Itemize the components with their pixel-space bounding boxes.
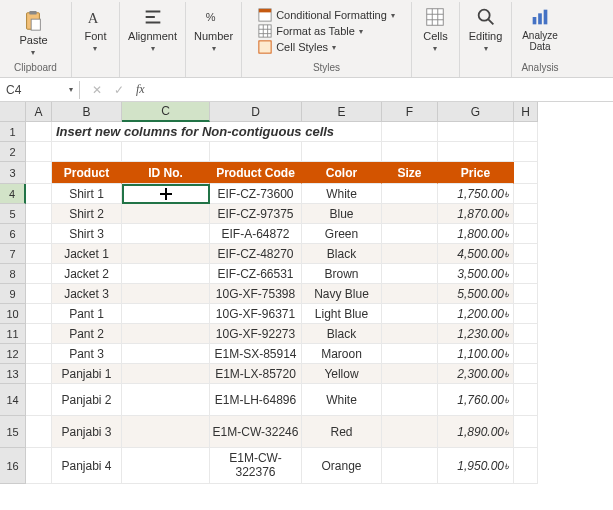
cell[interactable]: 3,500.00৳	[438, 264, 514, 284]
cells-button[interactable]: Cells ▾	[419, 4, 451, 55]
cell[interactable]: Pant 3	[52, 344, 122, 364]
cell[interactable]	[438, 122, 514, 142]
cell[interactable]	[26, 162, 52, 184]
cell[interactable]: Orange	[302, 448, 382, 484]
cell[interactable]	[382, 264, 438, 284]
cell[interactable]: 10G-XF-75398	[210, 284, 302, 304]
cell[interactable]	[26, 224, 52, 244]
cell[interactable]: 1,750.00৳	[438, 184, 514, 204]
cell[interactable]	[514, 364, 538, 384]
cell[interactable]	[382, 142, 438, 162]
cell[interactable]: 1,800.00৳	[438, 224, 514, 244]
row-header-2[interactable]: 2	[0, 142, 26, 162]
cell[interactable]	[210, 142, 302, 162]
cell[interactable]: E1M-LH-64896	[210, 384, 302, 416]
cell[interactable]	[26, 416, 52, 448]
cell[interactable]	[122, 224, 210, 244]
cell[interactable]	[26, 384, 52, 416]
cell[interactable]: 1,870.00৳	[438, 204, 514, 224]
cell[interactable]: 1,760.00৳	[438, 384, 514, 416]
cell[interactable]	[514, 204, 538, 224]
cell[interactable]: Maroon	[302, 344, 382, 364]
column-header-B[interactable]: B	[52, 102, 122, 122]
cell[interactable]: 4,500.00৳	[438, 244, 514, 264]
cell[interactable]	[122, 364, 210, 384]
cell[interactable]	[382, 364, 438, 384]
cell[interactable]: Black	[302, 244, 382, 264]
cell[interactable]: Panjabi 2	[52, 384, 122, 416]
row-header-3[interactable]: 3	[0, 162, 26, 184]
cell[interactable]: Brown	[302, 264, 382, 284]
column-header-G[interactable]: G	[438, 102, 514, 122]
cell[interactable]: Navy Blue	[302, 284, 382, 304]
cell[interactable]: Jacket 3	[52, 284, 122, 304]
cell[interactable]	[26, 244, 52, 264]
cell[interactable]	[514, 416, 538, 448]
cancel-icon[interactable]: ✕	[92, 83, 102, 97]
cell[interactable]	[26, 344, 52, 364]
format-as-table-button[interactable]: Format as Table ▾	[256, 24, 365, 38]
cell[interactable]: Size	[382, 162, 438, 184]
cell[interactable]	[26, 364, 52, 384]
cell[interactable]	[514, 244, 538, 264]
cell[interactable]	[514, 184, 538, 204]
row-header-6[interactable]: 6	[0, 224, 26, 244]
cell[interactable]: EIF-CZ-48270	[210, 244, 302, 264]
cell[interactable]	[382, 416, 438, 448]
paste-button[interactable]: Paste ▾	[15, 8, 51, 59]
cell[interactable]: Green	[302, 224, 382, 244]
cell[interactable]: EIF-CZ-66531	[210, 264, 302, 284]
row-header-15[interactable]: 15	[0, 416, 26, 448]
cell[interactable]: Price	[438, 162, 514, 184]
cell[interactable]: 1,890.00৳	[438, 416, 514, 448]
name-box[interactable]: C4 ▾	[0, 81, 80, 99]
font-button[interactable]: A Font ▾	[80, 4, 110, 55]
cell[interactable]	[382, 122, 438, 142]
cell[interactable]: EIF-CZ-97375	[210, 204, 302, 224]
cell[interactable]	[26, 122, 52, 142]
cell[interactable]: White	[302, 184, 382, 204]
cell[interactable]: 1,230.00৳	[438, 324, 514, 344]
cell[interactable]	[26, 264, 52, 284]
row-header-12[interactable]: 12	[0, 344, 26, 364]
cell[interactable]	[514, 324, 538, 344]
cell[interactable]	[382, 304, 438, 324]
column-header-E[interactable]: E	[302, 102, 382, 122]
cell[interactable]	[122, 324, 210, 344]
cell[interactable]	[122, 184, 210, 204]
cell[interactable]	[382, 324, 438, 344]
cell[interactable]	[514, 448, 538, 484]
cell[interactable]	[438, 142, 514, 162]
cell[interactable]	[122, 204, 210, 224]
row-header-7[interactable]: 7	[0, 244, 26, 264]
cell[interactable]	[514, 122, 538, 142]
cell[interactable]: Panjabi 3	[52, 416, 122, 448]
row-header-11[interactable]: 11	[0, 324, 26, 344]
cell[interactable]	[26, 284, 52, 304]
alignment-button[interactable]: Alignment ▾	[124, 4, 181, 55]
row-header-5[interactable]: 5	[0, 204, 26, 224]
number-button[interactable]: % Number ▾	[190, 4, 237, 55]
row-header-16[interactable]: 16	[0, 448, 26, 484]
cell[interactable]	[382, 384, 438, 416]
cell[interactable]	[26, 184, 52, 204]
row-header-8[interactable]: 8	[0, 264, 26, 284]
cell[interactable]: Panjabi 4	[52, 448, 122, 484]
cell[interactable]: ID No.	[122, 162, 210, 184]
cell[interactable]: Black	[302, 324, 382, 344]
row-header-14[interactable]: 14	[0, 384, 26, 416]
cell[interactable]: Blue	[302, 204, 382, 224]
cell[interactable]	[382, 284, 438, 304]
cell[interactable]: Pant 1	[52, 304, 122, 324]
cell[interactable]: Shirt 2	[52, 204, 122, 224]
editing-button[interactable]: Editing ▾	[465, 4, 507, 55]
cell[interactable]: EIF-CZ-73600	[210, 184, 302, 204]
cell[interactable]: 10G-XF-92273	[210, 324, 302, 344]
row-header-4[interactable]: 4	[0, 184, 26, 204]
fx-icon[interactable]: fx	[136, 82, 145, 97]
cell[interactable]: Pant 2	[52, 324, 122, 344]
conditional-formatting-button[interactable]: Conditional Formatting ▾	[256, 8, 397, 22]
cell[interactable]	[514, 304, 538, 324]
cell[interactable]: 5,500.00৳	[438, 284, 514, 304]
cell[interactable]	[26, 324, 52, 344]
